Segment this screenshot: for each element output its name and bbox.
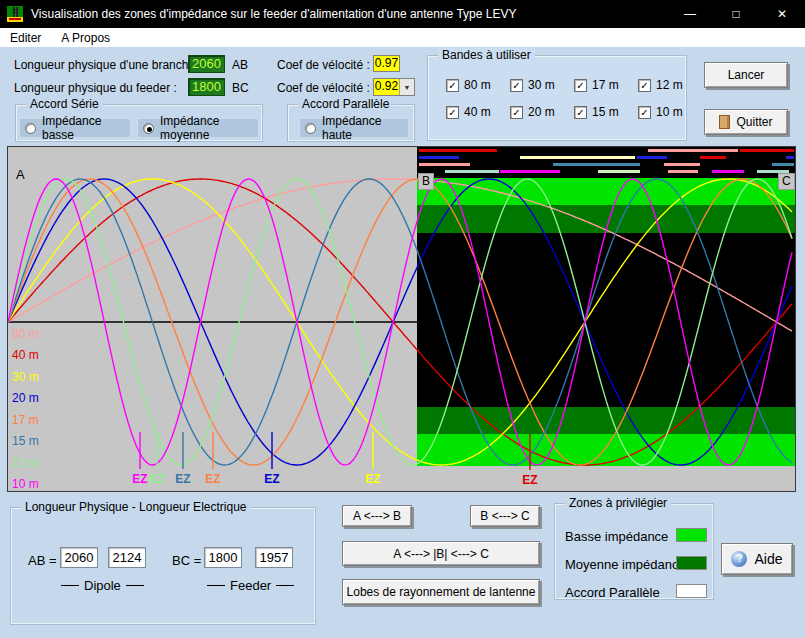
radio-label: Impédance moyenne bbox=[160, 114, 258, 142]
band-label-15m: 15 m bbox=[12, 434, 39, 448]
a-b-c-label: A <---> |B| <---> C bbox=[393, 547, 489, 561]
checkbox-icon[interactable]: ✓ bbox=[638, 106, 651, 119]
radio-icon[interactable] bbox=[143, 123, 154, 134]
wave-80m bbox=[8, 179, 792, 331]
band-checkbox-80m[interactable]: ✓80 m bbox=[446, 78, 510, 92]
bc-equals-label: BC = bbox=[172, 553, 201, 568]
help-icon: ? bbox=[731, 551, 747, 567]
feeder-label: Feeder bbox=[202, 578, 299, 593]
checkbox-label: 40 m bbox=[464, 105, 491, 119]
velocity1-label: Coef de vélocité : bbox=[277, 58, 370, 72]
band-checkbox-30m[interactable]: ✓30 m bbox=[510, 78, 574, 92]
menubar: Editer A Propos bbox=[0, 28, 805, 47]
ab-equals-label: AB = bbox=[28, 553, 57, 568]
radio-icon[interactable] bbox=[25, 123, 36, 134]
ez-marker-label: EZ bbox=[205, 472, 220, 486]
zone-legend-swatch bbox=[676, 556, 707, 570]
minimize-button[interactable]: — bbox=[667, 0, 713, 28]
maximize-button[interactable]: □ bbox=[713, 0, 759, 28]
band-checkbox-10m[interactable]: ✓10 m bbox=[638, 105, 702, 119]
band-checkbox-17m[interactable]: ✓17 m bbox=[574, 78, 638, 92]
zones-legend-title: Zones à privilégier bbox=[565, 496, 671, 510]
close-button[interactable]: ✕ bbox=[759, 0, 805, 28]
chevron-down-icon[interactable]: ▼ bbox=[399, 79, 414, 95]
checkbox-icon[interactable]: ✓ bbox=[574, 79, 587, 92]
quitter-button[interactable]: Quitter bbox=[704, 109, 788, 135]
a-b-button[interactable]: A <---> B bbox=[342, 505, 412, 527]
a-b-c-button[interactable]: A <---> |B| <---> C bbox=[342, 541, 540, 566]
band-label-30m: 30 m bbox=[12, 370, 39, 384]
zone-legend-label: Moyenne impédance bbox=[565, 557, 686, 572]
quitter-label: Quitter bbox=[736, 115, 772, 129]
aide-button[interactable]: ? Aide bbox=[721, 543, 793, 575]
velocity2-label: Coef de vélocité : bbox=[277, 81, 370, 95]
band-checkbox-12m[interactable]: ✓12 m bbox=[638, 78, 702, 92]
radio-imp-dance-basse[interactable]: Impédance basse bbox=[19, 118, 131, 138]
checkbox-icon[interactable]: ✓ bbox=[446, 106, 459, 119]
menu-a-propos[interactable]: A Propos bbox=[51, 28, 120, 47]
ez-marker-label: EZ bbox=[264, 472, 279, 486]
ez-marker-label: EZ bbox=[522, 473, 537, 487]
bands-group: Bandes à utiliser ✓80 m✓30 m✓17 m✓12 m✓4… bbox=[427, 55, 687, 141]
checkbox-label: 20 m bbox=[528, 105, 555, 119]
lengths-group-title: Longueur Physique - Longueur Electrique bbox=[21, 500, 250, 514]
checkbox-icon[interactable]: ✓ bbox=[638, 79, 651, 92]
checkbox-icon[interactable]: ✓ bbox=[510, 79, 523, 92]
ab-physical-field[interactable] bbox=[60, 547, 98, 568]
node-label-a: A bbox=[16, 167, 25, 182]
bc-electrical-field[interactable] bbox=[255, 547, 293, 568]
radio-label: Impédance basse bbox=[42, 114, 130, 142]
band-label-20m: 20 m bbox=[12, 391, 39, 405]
band-label-10m: 10 m bbox=[12, 477, 39, 491]
checkbox-icon[interactable]: ✓ bbox=[510, 106, 523, 119]
branch-suffix: AB bbox=[232, 58, 248, 72]
checkbox-label: 12 m bbox=[656, 78, 683, 92]
bc-physical-field[interactable] bbox=[204, 547, 242, 568]
ez-marker-label: EZ bbox=[365, 472, 380, 486]
radio-imp-dance-haute[interactable]: Impédance haute bbox=[299, 118, 409, 138]
a-b-label: A <---> B bbox=[353, 509, 401, 523]
ez-marker-label: EZ bbox=[149, 472, 164, 486]
impedance-chart: A B C 80 m40 m30 m20 m17 m15 m12 m10 m E… bbox=[8, 147, 795, 491]
branch-length-value[interactable]: 2060 bbox=[188, 55, 225, 73]
zones-legend-group: Zones à privilégier Basse impédanceMoyen… bbox=[554, 503, 714, 600]
zone-legend-label: Accord Parallèle bbox=[565, 585, 660, 600]
menu-editer[interactable]: Editer bbox=[0, 28, 51, 47]
band-label-80m: 80 m bbox=[12, 327, 39, 341]
checkbox-label: 17 m bbox=[592, 78, 619, 92]
ez-marker-label: EZ bbox=[175, 472, 190, 486]
checkbox-icon[interactable]: ✓ bbox=[446, 79, 459, 92]
radio-label: Impédance haute bbox=[322, 114, 408, 142]
checkbox-icon[interactable]: ✓ bbox=[574, 106, 587, 119]
b-c-label: B <---> C bbox=[480, 509, 529, 523]
accord-parallele-title: Accord Parallèle bbox=[298, 97, 393, 111]
feeder-length-value[interactable]: 1800 bbox=[188, 78, 225, 96]
titlebar: Visualisation des zones d'impédance sur … bbox=[0, 0, 805, 28]
bands-group-title: Bandes à utiliser bbox=[438, 48, 535, 62]
band-label-12m: 12 m bbox=[12, 456, 39, 470]
radio-icon[interactable] bbox=[305, 123, 316, 134]
band-checkbox-15m[interactable]: ✓15 m bbox=[574, 105, 638, 119]
band-checkbox-40m[interactable]: ✓40 m bbox=[446, 105, 510, 119]
velocity2-combobox[interactable]: 0.92 ▼ bbox=[373, 78, 415, 96]
checkbox-label: 10 m bbox=[656, 105, 683, 119]
lancer-label: Lancer bbox=[728, 68, 765, 82]
feeder-length-label: Longueur physique du feeder : bbox=[14, 81, 177, 95]
radio-imp-dance-moyenne[interactable]: Impédance moyenne bbox=[137, 118, 259, 138]
velocity1-value[interactable]: 0.97 bbox=[373, 55, 400, 72]
band-label-17m: 17 m bbox=[12, 413, 39, 427]
ab-electrical-field[interactable] bbox=[108, 547, 146, 568]
aide-label: Aide bbox=[754, 551, 782, 567]
checkbox-label: 15 m bbox=[592, 105, 619, 119]
checkbox-label: 80 m bbox=[464, 78, 491, 92]
lobes-label: Lobes de rayonnement de lantenne bbox=[347, 585, 536, 599]
velocity2-value: 0.92 bbox=[374, 79, 399, 95]
dipole-label: Dipole bbox=[56, 578, 149, 593]
lancer-button[interactable]: Lancer bbox=[704, 62, 788, 88]
lobes-button[interactable]: Lobes de rayonnement de lantenne bbox=[342, 579, 540, 605]
b-c-button[interactable]: B <---> C bbox=[470, 505, 540, 527]
door-icon bbox=[719, 115, 730, 129]
accord-serie-title: Accord Série bbox=[26, 97, 103, 111]
zone-legend-swatch bbox=[676, 528, 707, 542]
band-checkbox-20m[interactable]: ✓20 m bbox=[510, 105, 574, 119]
